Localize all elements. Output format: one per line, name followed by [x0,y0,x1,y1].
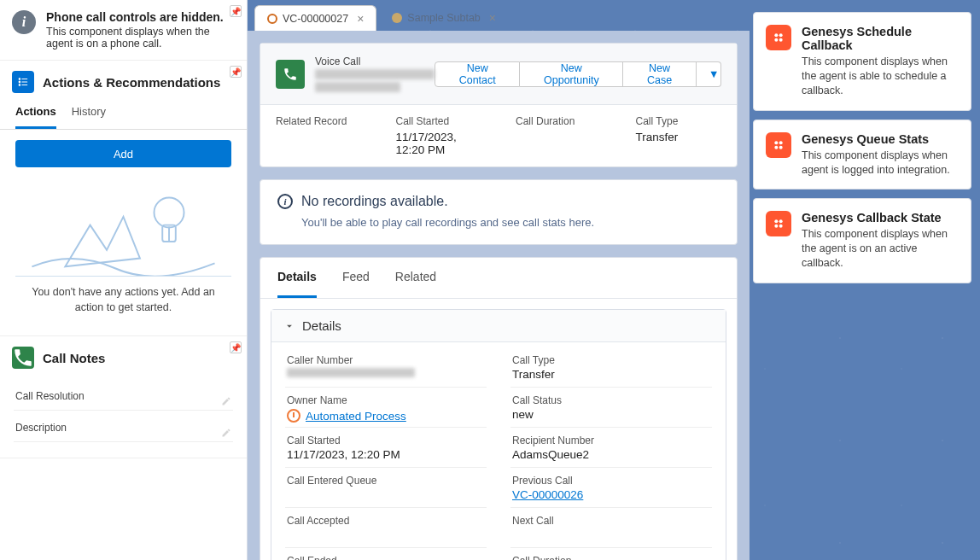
tab-sample-label: Sample Subtab [407,12,480,24]
f-call-type-v: Transfer [512,368,710,383]
svg-point-16 [779,145,783,149]
f-call-duration-k: Call Duration [512,555,710,560]
right-sidebar: Genesys Schedule CallbackThis component … [750,0,980,560]
f-call-accepted-k: Call Accepted [287,515,485,527]
svg-rect-3 [21,81,27,82]
rcard-title: Genesys Queue Stats [802,132,959,146]
edit-icon[interactable] [221,428,231,438]
hl-call-started-k: Call Started [396,115,482,127]
details-card: Details Feed Related Details Caller Numb… [260,257,738,560]
tab-history[interactable]: History [72,98,106,129]
tab-related[interactable]: Related [395,258,436,298]
call-notes-section: 📌 Call Notes Call Resolution Description [0,336,247,458]
banner-subtitle: This component displays when the agent i… [46,26,235,50]
info-icon: i [12,10,36,34]
f-call-status-v: new [512,408,710,423]
new-case-button[interactable]: New Case [623,61,697,87]
genesys-icon [766,211,791,236]
close-icon[interactable]: × [489,11,496,25]
banner-title: Phone call controls are hidden. [46,10,235,24]
f-call-started-k: Call Started [287,435,485,446]
tab-feed[interactable]: Feed [342,258,370,298]
description-label: Description [15,422,67,434]
tab-sample[interactable]: Sample Subtab × [380,5,508,31]
rcard-title: Genesys Callback State [802,211,959,225]
hl-related-record-k: Related Record [276,115,362,127]
new-contact-button[interactable]: New Contact [435,61,520,87]
recordings-card: i No recordings available. You'll be abl… [260,179,738,245]
redacted-text [315,69,435,79]
edit-icon[interactable] [221,396,231,406]
hl-call-duration-k: Call Duration [516,115,602,127]
f-caller-number-k: Caller Number [287,354,485,366]
svg-point-12 [779,38,783,42]
f-call-entered-q-v [287,488,485,504]
svg-rect-1 [21,79,27,79]
f-call-entered-q-k: Call Entered Queue [287,475,485,487]
svg-point-9 [774,33,778,37]
call-resolution-label: Call Resolution [15,390,85,402]
hl-call-type-k: Call Type [636,115,722,127]
pin-icon[interactable]: 📌 [230,5,242,17]
tab-details[interactable]: Details [277,258,317,298]
voice-call-card: Voice Call New Contact New Opportunity N… [260,43,738,167]
svg-point-13 [774,141,778,144]
rcard-desc: This component displays when agent is lo… [802,149,959,178]
actions-title: Actions & Recommendations [43,75,220,90]
close-icon[interactable]: × [357,12,364,26]
svg-point-15 [774,145,778,149]
tab-vc-label: VC-00000027 [283,13,348,25]
call-resolution-field[interactable]: Call Resolution [14,379,233,411]
f-call-ended-k: Call Ended [287,555,485,560]
add-button[interactable]: Add [15,140,231,167]
f-call-type-k: Call Type [512,354,710,366]
main-area: VC-00000027 × Sample Subtab × Vo [248,0,750,560]
f-owner-name-v[interactable]: Automated Process [287,408,485,423]
owner-name-link[interactable]: Automated Process [306,410,406,423]
f-previous-call-v[interactable]: VC-00000026 [512,488,710,504]
redacted-text [315,82,400,92]
tab-vc[interactable]: VC-00000027 × [254,5,376,31]
svg-point-14 [779,141,783,144]
record-dot-icon [267,14,277,24]
description-field[interactable]: Description [14,411,233,442]
svg-point-18 [779,220,783,224]
rcard-desc: This component displays when the agent i… [802,55,959,98]
tab-actions[interactable]: Actions [15,98,56,129]
svg-rect-5 [21,85,27,85]
f-previous-call-k: Previous Call [512,475,710,487]
empty-message: You don't have any actions yet. Add an a… [0,285,247,329]
f-next-call-k: Next Call [512,515,710,527]
chevron-down-icon [283,320,295,332]
info-icon: i [277,194,293,209]
f-call-status-k: Call Status [512,394,710,406]
hl-call-started-v: 11/17/2023, 12:20 PM [396,131,482,156]
rcard-title: Genesys Schedule Callback [802,25,959,52]
more-actions-dropdown[interactable]: ▼ [697,61,721,87]
pin-icon[interactable]: 📌 [230,66,242,78]
svg-point-20 [779,225,783,228]
genesys-queue-stats-card: Genesys Queue StatsThis component displa… [753,120,971,190]
automated-process-icon [287,409,300,423]
actions-icon [12,71,34,93]
voice-call-icon [276,60,305,89]
svg-rect-4 [19,84,20,85]
new-opportunity-button[interactable]: New Opportunity [520,61,623,87]
genesys-callback-state-card: Genesys Callback StateThis component dis… [753,198,971,283]
f-recipient-number-v: AdamsQueue2 [512,448,710,464]
call-notes-title: Call Notes [43,351,105,365]
f-next-call-v [512,528,710,544]
f-call-started-v: 11/17/2023, 12:20 PM [287,448,485,464]
svg-point-11 [774,38,778,42]
svg-point-10 [779,33,783,37]
actions-recommendations: 📌 Actions & Recommendations Actions Hist… [0,61,247,336]
genesys-icon [766,25,791,50]
pin-icon[interactable]: 📌 [230,341,242,353]
details-section-header[interactable]: Details [271,310,726,342]
phone-controls-banner: 📌 i Phone call controls are hidden. This… [0,0,247,61]
svg-point-6 [155,198,184,228]
voice-call-label: Voice Call [315,55,435,67]
svg-rect-2 [19,81,20,83]
recordings-title: No recordings available. [301,194,448,209]
f-call-accepted-v [287,528,485,544]
